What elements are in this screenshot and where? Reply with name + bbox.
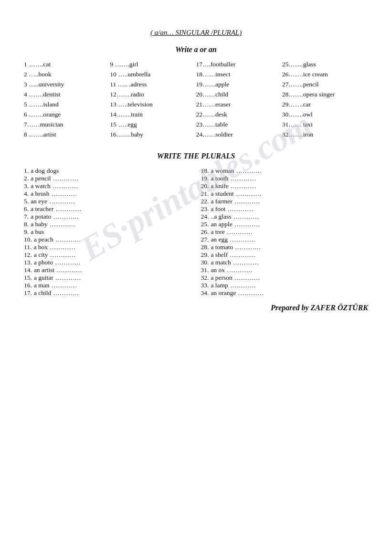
plurals-left-col: 1.a dogdogs2.a pencil…………3.a watch…………4.… bbox=[24, 167, 191, 297]
article-word-item: 12…….radio bbox=[110, 91, 196, 98]
plural-item: 29.a shelf………… bbox=[201, 251, 369, 259]
article-word-item: 29…….car bbox=[282, 101, 368, 108]
plural-item: 33.a lamp………… bbox=[201, 282, 369, 289]
plural-item: 16.a man………… bbox=[24, 282, 191, 289]
plurals-right-col: 18.a woman…………19.a tooth…………20.a knife……… bbox=[201, 167, 369, 297]
plural-item: 12.a city………… bbox=[24, 251, 191, 259]
plural-answer: ………… bbox=[56, 266, 82, 274]
plural-answer: ………… bbox=[238, 289, 264, 297]
article-word-item: 9 …….girl bbox=[110, 61, 196, 68]
plural-word: a tomato bbox=[211, 243, 233, 251]
article-word-item: 5 …….island bbox=[24, 101, 110, 108]
plural-word: an apple bbox=[211, 221, 232, 228]
plural-num: 21. bbox=[201, 190, 209, 198]
plural-answer: ………… bbox=[227, 266, 253, 274]
article-word-item: 32…….iron bbox=[282, 131, 368, 138]
plural-answer: ………… bbox=[230, 182, 256, 190]
plural-answer: ………… bbox=[55, 259, 81, 266]
plural-word: a box bbox=[33, 243, 48, 251]
plural-word: an artist bbox=[34, 266, 54, 274]
plural-item: 27.an egg………… bbox=[201, 236, 369, 243]
plural-num: 22. bbox=[201, 198, 209, 205]
article-word-item: 10 …..umbrella bbox=[110, 71, 196, 78]
plural-item: 4.a brush………… bbox=[24, 190, 191, 198]
article-word-item: 15 …..egg bbox=[110, 121, 196, 128]
plural-word: a brush bbox=[31, 190, 49, 198]
plural-item: 21.a student………… bbox=[201, 190, 369, 198]
plural-word: a foot bbox=[211, 205, 225, 213]
article-word-item: 7……musician bbox=[24, 121, 110, 128]
plural-answer: ………… bbox=[230, 236, 255, 243]
article-word-item: 18……insect bbox=[196, 71, 282, 78]
section1-title: Write a or an bbox=[19, 45, 373, 54]
plural-word: a pencil bbox=[31, 175, 51, 182]
plural-item: 6.a teacher………… bbox=[24, 205, 191, 213]
plural-answer: ………… bbox=[55, 236, 81, 243]
plural-num: 20. bbox=[201, 182, 209, 190]
plural-answer: ………… bbox=[50, 243, 75, 251]
plural-answer: ………… bbox=[228, 205, 254, 213]
plural-num: 5. bbox=[24, 198, 29, 205]
plural-item: 24...a glass………… bbox=[201, 213, 369, 221]
plural-num: 9. bbox=[24, 228, 29, 236]
plural-num: 34. bbox=[201, 289, 209, 297]
page-title: ( a/an… SINGULAR /PLURAL) bbox=[19, 29, 373, 37]
plural-answer: ………… bbox=[235, 243, 261, 251]
plural-word: an egg bbox=[211, 236, 228, 243]
plural-item: 26.a tree………… bbox=[201, 228, 369, 236]
plural-num: 6. bbox=[24, 205, 29, 213]
plural-word: a tooth bbox=[211, 175, 228, 182]
plural-word: a potato bbox=[31, 213, 51, 221]
plural-item: 1.a dogdogs bbox=[24, 167, 191, 175]
plural-num: 4. bbox=[24, 190, 29, 198]
article-word-item: 11 ….. .adress bbox=[110, 81, 196, 88]
article-word-item: 24……soldier bbox=[196, 131, 282, 138]
article-word-item: 23……table bbox=[196, 121, 282, 128]
plurals-grid: 1.a dogdogs2.a pencil…………3.a watch…………4.… bbox=[19, 167, 373, 297]
plural-num: 15. bbox=[24, 274, 32, 282]
plural-word: a teacher bbox=[31, 205, 53, 213]
article-word-item: 3 …..university bbox=[24, 81, 110, 88]
plural-num: 2. bbox=[24, 175, 29, 182]
article-word-item: 1 …….cat bbox=[24, 61, 110, 68]
plural-item: 20.a knife………… bbox=[201, 182, 369, 190]
article-words-grid: 1 …….cat9 …….girl17….footballer25…….glas… bbox=[19, 61, 373, 138]
article-word-item: 20……child bbox=[196, 91, 282, 98]
plural-answer: ………… bbox=[233, 213, 259, 221]
plural-answer: ………… bbox=[50, 221, 75, 228]
plural-item: 7.a potato………… bbox=[24, 213, 191, 221]
article-word-item: 2 …..book bbox=[24, 71, 110, 78]
plural-item: 3.a watch………… bbox=[24, 182, 191, 190]
plural-answer: ………… bbox=[234, 198, 260, 205]
article-word-item: 8 …….artist bbox=[24, 131, 110, 138]
plural-word: a city bbox=[34, 251, 48, 259]
plural-num: 24. bbox=[201, 213, 209, 221]
plural-word: ..a glass bbox=[211, 213, 231, 221]
plural-item: 34.an orange………… bbox=[201, 289, 369, 297]
plural-num: 32. bbox=[201, 274, 209, 282]
plural-item: 31.an ox………… bbox=[201, 266, 369, 274]
plural-answer: ………… bbox=[55, 205, 81, 213]
article-word-item: 27…….pencil bbox=[282, 81, 368, 88]
plural-word: an ox bbox=[211, 266, 225, 274]
article-word-item: 22……desk bbox=[196, 111, 282, 118]
plural-num: 30. bbox=[201, 259, 209, 266]
plural-word: a shelf bbox=[211, 251, 228, 259]
plural-item: 28.a tomato………… bbox=[201, 243, 369, 251]
plural-num: 27. bbox=[201, 236, 209, 243]
plural-num: 33. bbox=[201, 282, 209, 289]
plural-answer: ………… bbox=[234, 274, 260, 282]
plural-word: a student bbox=[211, 190, 233, 198]
plural-item: 30.a match………… bbox=[201, 259, 369, 266]
plural-word: a knife bbox=[211, 182, 228, 190]
plural-word: a guitar bbox=[34, 274, 53, 282]
article-word-item: 28…….opera singer bbox=[282, 91, 368, 98]
plural-item: 32.a person………… bbox=[201, 274, 369, 282]
plural-answer: ………… bbox=[53, 182, 78, 190]
plural-item: 11.a box………… bbox=[24, 243, 191, 251]
section2-title: WRITE THE PLURALS bbox=[19, 152, 373, 160]
plural-item: 9.a bus bbox=[24, 228, 191, 236]
plural-answer: ………… bbox=[53, 289, 79, 297]
plural-word: a farmer bbox=[211, 198, 232, 205]
plural-word: a dog bbox=[31, 167, 45, 175]
